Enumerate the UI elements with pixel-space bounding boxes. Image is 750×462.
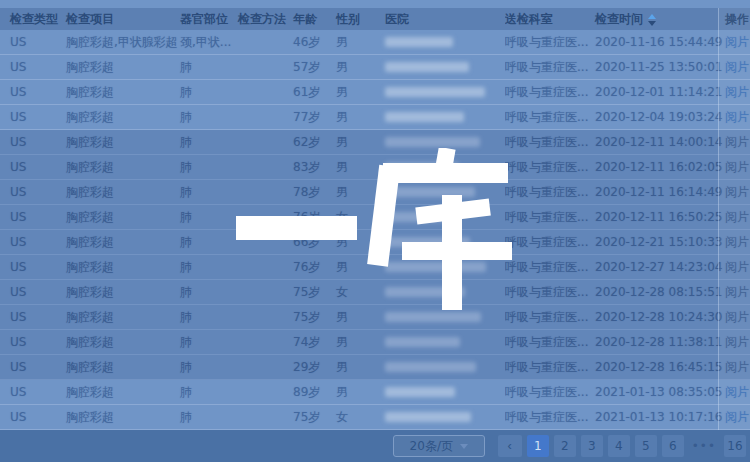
cell-dept: 呼吸与重症医... xyxy=(505,80,591,104)
cell-time: 2020-12-11 16:50:25 xyxy=(595,205,722,229)
table-row[interactable]: US胸腔彩超,甲状腺彩超颈,甲状...46岁男呼吸与重症医...2020-11-… xyxy=(0,30,750,55)
cell-age: 76岁 xyxy=(293,205,320,229)
table-row[interactable]: US胸腔彩超肺76岁女呼吸与重症医...2020-12-11 16:50:25阅… xyxy=(0,205,750,230)
cell-hospital-redacted xyxy=(385,337,460,347)
cell-project: 胸腔彩超 xyxy=(66,255,114,279)
cell-age: 89岁 xyxy=(293,380,320,404)
cell-dept: 呼吸与重症医... xyxy=(505,280,591,304)
page-button-16[interactable]: 16 xyxy=(724,435,746,457)
sort-asc-icon[interactable] xyxy=(648,14,656,19)
table-row[interactable]: US胸腔彩超肺61岁男呼吸与重症医...2020-12-01 11:14:21阅… xyxy=(0,80,750,105)
cell-type: US xyxy=(10,30,26,54)
cell-hospital-redacted xyxy=(385,362,476,372)
cell-type: US xyxy=(10,280,26,304)
pager-ellipsis[interactable]: ••• xyxy=(689,435,719,457)
cell-age: 78岁 xyxy=(293,180,320,204)
cell-part: 肺 xyxy=(180,280,192,304)
cell-project: 胸腔彩超 xyxy=(66,55,114,79)
cell-type: US xyxy=(10,380,26,404)
cell-gender: 男 xyxy=(336,55,348,79)
page-size-value: 20条/页 xyxy=(410,438,453,455)
page-size-select[interactable]: 20条/页 xyxy=(393,435,485,457)
pagination-bar: 20条/页 ‹ 123456•••16 xyxy=(0,430,750,462)
cell-dept: 呼吸与重症医... xyxy=(505,155,591,179)
prev-page-button[interactable]: ‹ xyxy=(498,435,522,457)
cell-part: 肺 xyxy=(180,130,192,154)
table-row[interactable]: US胸腔彩超肺76岁男呼吸与重症医...2020-12-27 14:23:04阅… xyxy=(0,255,750,280)
read-film-link[interactable]: 阅片 xyxy=(725,180,749,204)
cell-hospital-redacted xyxy=(385,62,469,72)
read-film-link[interactable]: 阅片 xyxy=(725,280,749,304)
read-film-link[interactable]: 阅片 xyxy=(725,30,749,54)
sort-desc-icon[interactable] xyxy=(648,21,656,26)
sort-carets[interactable] xyxy=(648,14,656,26)
cell-part: 肺 xyxy=(180,230,192,254)
cell-type: US xyxy=(10,230,26,254)
cell-hospital-redacted xyxy=(385,212,454,222)
table-row[interactable]: US胸腔彩超肺66岁男呼吸与重症医...2020-12-21 15:10:33阅… xyxy=(0,230,750,255)
read-film-link[interactable]: 阅片 xyxy=(725,80,749,104)
cell-part: 肺 xyxy=(180,330,192,354)
cell-time: 2020-12-28 11:38:11 xyxy=(595,330,722,354)
cell-dept: 呼吸与重症医... xyxy=(505,380,591,404)
cell-type: US xyxy=(10,180,26,204)
column-header-gender: 性别 xyxy=(336,8,360,30)
cell-dept: 呼吸与重症医... xyxy=(505,230,591,254)
read-film-link[interactable]: 阅片 xyxy=(725,130,749,154)
cell-dept: 呼吸与重症医... xyxy=(505,305,591,329)
table-row[interactable]: US胸腔彩超肺62岁男呼吸与重症医...2020-12-11 14:00:14阅… xyxy=(0,130,750,155)
page-button-4[interactable]: 4 xyxy=(608,435,630,457)
read-film-link[interactable]: 阅片 xyxy=(725,55,749,79)
column-header-action: 操作 xyxy=(725,8,749,30)
cell-hospital-redacted xyxy=(385,112,464,122)
cell-part: 肺 xyxy=(180,205,192,229)
cell-time: 2020-12-28 10:24:30 xyxy=(595,305,722,329)
cell-hospital-redacted xyxy=(385,312,481,322)
read-film-link[interactable]: 阅片 xyxy=(725,230,749,254)
cell-hospital-redacted xyxy=(385,412,471,422)
cell-part: 肺 xyxy=(180,180,192,204)
pager: 123456•••16 xyxy=(527,435,746,457)
page-button-5[interactable]: 5 xyxy=(635,435,657,457)
cell-hospital-redacted xyxy=(385,237,470,247)
page-button-2[interactable]: 2 xyxy=(554,435,576,457)
page-button-6[interactable]: 6 xyxy=(662,435,684,457)
exam-list-screen: 检查类型检查项目器官部位检查方法年龄性别医院送检科室检查时间操作 US胸腔彩超,… xyxy=(0,0,750,462)
cell-part: 肺 xyxy=(180,405,192,429)
cell-gender: 男 xyxy=(336,130,348,154)
cell-gender: 男 xyxy=(336,330,348,354)
cell-dept: 呼吸与重症医... xyxy=(505,30,591,54)
table-row[interactable]: US胸腔彩超肺74岁男呼吸与重症医...2020-12-28 11:38:11阅… xyxy=(0,330,750,355)
read-film-link[interactable]: 阅片 xyxy=(725,105,749,129)
cell-gender: 男 xyxy=(336,155,348,179)
cell-gender: 男 xyxy=(336,30,348,54)
cell-gender: 男 xyxy=(336,305,348,329)
read-film-link[interactable]: 阅片 xyxy=(725,205,749,229)
read-film-link[interactable]: 阅片 xyxy=(725,305,749,329)
table-row[interactable]: US胸腔彩超肺57岁男呼吸与重症医...2020-11-25 13:50:01阅… xyxy=(0,55,750,80)
table-row[interactable]: US胸腔彩超肺78岁男呼吸与重症医...2020-12-11 16:14:49阅… xyxy=(0,180,750,205)
cell-part: 肺 xyxy=(180,55,192,79)
read-film-link[interactable]: 阅片 xyxy=(725,405,749,429)
table-row[interactable]: US胸腔彩超肺75岁男呼吸与重症医...2020-12-28 10:24:30阅… xyxy=(0,305,750,330)
page-button-3[interactable]: 3 xyxy=(581,435,603,457)
cell-project: 胸腔彩超 xyxy=(66,380,114,404)
table-row[interactable]: US胸腔彩超肺75岁女呼吸与重症医...2020-12-28 08:15:51阅… xyxy=(0,280,750,305)
cell-age: 77岁 xyxy=(293,105,320,129)
table-row[interactable]: US胸腔彩超肺77岁男呼吸与重症医...2020-12-04 19:03:24阅… xyxy=(0,105,750,130)
table-row[interactable]: US胸腔彩超肺89岁男呼吸与重症医...2021-01-13 08:35:05阅… xyxy=(0,380,750,405)
cell-project: 胸腔彩超 xyxy=(66,405,114,429)
read-film-link[interactable]: 阅片 xyxy=(725,355,749,379)
table-row[interactable]: US胸腔彩超肺29岁男呼吸与重症医...2020-12-28 16:45:15阅… xyxy=(0,355,750,380)
cell-type: US xyxy=(10,80,26,104)
read-film-link[interactable]: 阅片 xyxy=(725,255,749,279)
read-film-link[interactable]: 阅片 xyxy=(725,380,749,404)
column-header-time[interactable]: 检查时间 xyxy=(595,8,656,30)
table-row[interactable]: US胸腔彩超肺75岁女呼吸与重症医...2021-01-13 10:17:16阅… xyxy=(0,405,750,430)
page-button-1[interactable]: 1 xyxy=(527,435,549,457)
read-film-link[interactable]: 阅片 xyxy=(725,330,749,354)
table-row[interactable]: US胸腔彩超肺83岁男呼吸与重症医...2020-12-11 16:02:05阅… xyxy=(0,155,750,180)
cell-age: 61岁 xyxy=(293,80,320,104)
cell-time: 2020-12-04 19:03:24 xyxy=(595,105,722,129)
read-film-link[interactable]: 阅片 xyxy=(725,155,749,179)
